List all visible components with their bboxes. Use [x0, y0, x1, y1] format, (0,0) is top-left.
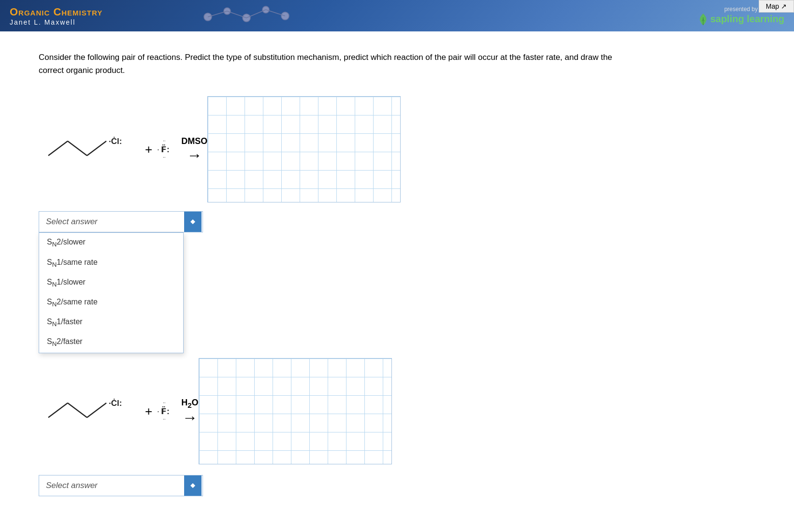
reaction-1-dropdown-container: Select answer SN2/slower SN1/same rate S… — [39, 211, 203, 232]
question-text: Consider the following pair of reactions… — [39, 51, 619, 77]
reaction-2-dropdown-container: Select answer — [39, 475, 203, 496]
svg-marker-30 — [190, 483, 195, 486]
reaction-1-select-display[interactable]: Select answer — [39, 212, 184, 232]
reaction-1-section: ·Ċl: + · F̈: ·· ·· DMSO → — [39, 96, 755, 232]
svg-marker-20 — [190, 219, 195, 222]
reaction-arrow-1: → — [187, 147, 202, 163]
reaction-2-draw-grid[interactable] — [199, 358, 392, 464]
svg-line-13 — [68, 141, 87, 156]
reaction-arrow-2: → — [182, 410, 198, 425]
plus-sign-2: + — [145, 404, 152, 419]
dropdown-item-sn2-slower[interactable]: SN2/slower — [39, 233, 183, 253]
reaction-1-select-placeholder: Select answer — [46, 217, 98, 227]
book-title: Organic Chemistry — [10, 6, 102, 18]
sapling-text: sapling learning — [710, 14, 784, 25]
svg-text:·: · — [157, 407, 159, 416]
svg-text:··: ·· — [163, 155, 166, 160]
plus-sign-1: + — [145, 142, 152, 157]
dropdown-item-sn1-faster[interactable]: SN1/faster — [39, 313, 183, 332]
dropdown-arrows-icon-1 — [189, 218, 197, 226]
svg-marker-31 — [190, 486, 195, 488]
reaction-2-select-placeholder: Select answer — [46, 481, 98, 490]
reaction-1-draw-grid[interactable] — [207, 96, 401, 202]
reaction-1-molecule-left: ·Ċl: — [39, 127, 145, 172]
svg-line-8 — [266, 10, 285, 16]
map-button[interactable]: Map ↗ — [759, 0, 794, 13]
header-title-block: Organic Chemistry Janet L. Maxwell — [10, 6, 102, 26]
reaction-2-select-wrapper[interactable]: Select answer — [39, 475, 203, 496]
svg-line-14 — [87, 141, 106, 156]
svg-text:·Ċl:: ·Ċl: — [109, 399, 122, 408]
svg-text:F̈:: F̈: — [161, 144, 170, 154]
reaction-2-select-display[interactable]: Select answer — [39, 475, 184, 496]
svg-line-22 — [48, 403, 68, 417]
svg-text:··: ·· — [163, 400, 166, 405]
svg-text:·Ċl:: ·Ċl: — [109, 137, 122, 146]
dropdown-arrows-icon-2 — [189, 482, 197, 489]
reaction-1-arrow: DMSO → — [181, 136, 207, 163]
svg-line-23 — [68, 403, 87, 417]
header-molecule-decoration — [169, 2, 314, 29]
reaction-1-row: ·Ċl: + · F̈: ·· ·· DMSO → — [39, 96, 755, 202]
svg-line-6 — [227, 11, 246, 18]
svg-marker-21 — [190, 222, 195, 224]
reaction-1-fluoride: · F̈: ·· ·· — [152, 134, 181, 165]
reaction-2-section: ·Ċl: + · F̈: ·· ·· H2O → — [39, 358, 755, 496]
solvent-label-2: H2O — [181, 398, 198, 409]
reaction-1-select-wrapper[interactable]: Select answer — [39, 211, 203, 232]
svg-text:F̈:: F̈: — [161, 406, 170, 416]
reaction-2-select-arrow-btn[interactable] — [184, 475, 202, 496]
svg-line-12 — [48, 141, 68, 156]
alkyl-chloride-svg-1: ·Ċl: — [39, 127, 145, 170]
dropdown-item-sn2-faster[interactable]: SN2/faster — [39, 332, 183, 352]
fluoride-svg-1: · F̈: ·· ·· — [152, 134, 181, 163]
sapling-leaf-icon — [698, 13, 708, 26]
reaction-2-row: ·Ċl: + · F̈: ·· ·· H2O → — [39, 358, 755, 464]
svg-line-7 — [246, 10, 266, 18]
svg-line-24 — [87, 403, 106, 417]
main-content: Consider the following pair of reactions… — [0, 31, 794, 520]
reaction-2-molecule-left: ·Ċl: — [39, 388, 145, 434]
dropdown-item-sn2-same-rate[interactable]: SN2/same rate — [39, 293, 183, 313]
svg-text:··: ·· — [163, 417, 166, 422]
solvent-label-1: DMSO — [181, 136, 207, 146]
header: Organic Chemistry Janet L. Maxwell prese… — [0, 0, 794, 31]
author-name: Janet L. Maxwell — [10, 18, 102, 26]
reaction-1-select-arrow-btn[interactable] — [184, 212, 202, 232]
reaction-2-fluoride: · F̈: ·· ·· — [152, 396, 181, 427]
fluoride-svg-2: · F̈: ·· ·· — [152, 396, 181, 425]
svg-text:··: ·· — [163, 138, 166, 144]
dropdown-item-sn1-same-rate[interactable]: SN1/same rate — [39, 253, 183, 273]
reaction-2-arrow: H2O → — [181, 398, 198, 426]
alkyl-chloride-svg-2: ·Ċl: — [39, 388, 145, 432]
reaction-1-dropdown-menu: SN2/slower SN1/same rate SN1/slower SN2/… — [39, 232, 184, 353]
presented-by-label: presented by — [724, 6, 758, 13]
svg-text:·: · — [157, 145, 159, 154]
map-icon: ↗ — [781, 2, 787, 10]
dropdown-item-sn1-slower[interactable]: SN1/slower — [39, 273, 183, 293]
